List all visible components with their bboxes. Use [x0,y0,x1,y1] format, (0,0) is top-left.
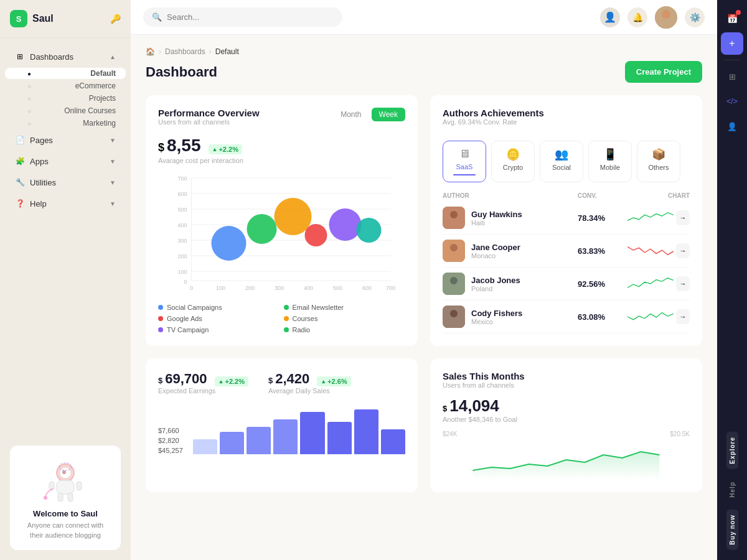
view-cody[interactable]: → [676,309,690,324]
others-label: Others [648,164,669,171]
pages-chevron: ▼ [110,137,116,144]
sales-label: Average Daily Sales [268,387,351,394]
earnings-rows: $7,660 $2,820 $45,257 [158,427,183,454]
row2: $2,820 [158,437,183,444]
search-input[interactable] [167,12,334,22]
performance-title: Performance Overview [158,108,260,118]
create-project-button[interactable]: Create Project [625,61,702,83]
col-chart: CHART [627,192,690,199]
bar5 [300,412,324,454]
stat-label: Avarage cost per interaction [158,157,405,164]
rp-buy-btn[interactable]: Buy now [726,510,738,550]
sidebar-item-ecommerce[interactable]: ○ eCommerce [5,80,126,91]
svg-rect-7 [77,482,82,490]
svg-text:0: 0 [184,279,187,285]
legend-dot-tv [158,327,163,332]
row1: $7,660 [158,427,183,434]
svg-text:200: 200 [245,285,255,291]
tab-others[interactable]: 📦 Others [637,141,680,182]
sidebar-item-marketing[interactable]: ○ Marketing [5,118,126,129]
y-axis-labels: $24K $20.5K [443,431,690,437]
chart-legend: Social Campaigns Email Newsletter Google… [158,304,405,334]
utilities-chevron: ▼ [110,179,116,186]
tab-week[interactable]: Week [372,108,405,121]
authors-tabs: 🖥 SaaS 🪙 Crypto 👥 Social 📱 Mobile [443,141,690,182]
topbar-settings[interactable]: ⚙️ [685,7,705,27]
sales-month-subtitle: Users from all channels [443,381,690,389]
stat-dollar: $ [158,141,164,154]
rp-grid-icon[interactable]: ⊞ [721,65,743,88]
tab-saas[interactable]: 🖥 SaaS [443,141,486,182]
sidebar-label-utilities: Utilities [30,178,56,187]
legend-dot-courses [284,316,289,321]
svg-point-48 [450,277,458,284]
conv-jacob: 92.56% [578,279,627,289]
topbar: 🔍 👤 🔔 ⚙️ [131,0,717,35]
rp-explore-btn[interactable]: Explore [726,432,738,469]
sidebar-item-pages[interactable]: 📄 Pages ▼ [5,130,126,150]
sidebar-item-online-courses[interactable]: ○ Online Courses [5,105,126,116]
astronaut-illustration [20,460,111,504]
author-info-jane: Jane Cooper Monaco [443,240,578,262]
chevron-icon: ▲ [110,54,116,60]
logo-icon: S [10,10,27,27]
svg-text:500: 500 [177,207,187,213]
topbar-avatar-small[interactable]: 👤 [600,7,620,27]
rp-code-icon[interactable]: </> [721,90,743,113]
legend-social: Social Campaigns [158,304,280,311]
bar2 [220,432,244,454]
sidebar-item-help[interactable]: ❓ Help ▼ [5,194,126,213]
authors-table: AUTHOR CONV. CHART Guy Hawkins Hait [443,190,690,334]
conv-guy: 78.34% [578,213,627,223]
breadcrumb-current: Default [215,47,239,56]
view-guy[interactable]: → [676,210,690,225]
legend-google: Google Ads [158,315,280,322]
svg-text:400: 400 [177,222,187,228]
conv-jane: 63.83% [578,246,627,256]
sidebar-item-default[interactable]: ● Default [5,68,126,79]
sidebar-item-projects[interactable]: ○ Projects [5,93,126,104]
bar8 [381,429,405,454]
sidebar-label-help: Help [30,199,47,208]
stat-row: $ 8,55 ▲ +2.2% [158,136,405,156]
back-icon[interactable]: 🔑 [110,14,121,24]
rp-help-btn[interactable]: Help [726,477,738,503]
rp-user-icon[interactable]: 👤 [721,115,743,138]
tab-month[interactable]: Month [333,108,369,121]
search-box[interactable]: 🔍 [143,7,342,27]
svg-text:500: 500 [333,285,342,291]
svg-text:600: 600 [362,285,372,291]
sales-month-dollar: $ [443,404,447,413]
tab-crypto[interactable]: 🪙 Crypto [491,141,535,182]
saas-label: SaaS [456,163,473,170]
tab-mobile[interactable]: 📱 Mobile [588,141,632,182]
author-info-cody: Cody Fishers Mexico [443,306,578,328]
sidebar-item-utilities[interactable]: 🔧 Utilities ▼ [5,172,126,192]
welcome-card: Welcome to Saul Anyone can connect with … [10,446,121,550]
apps-icon: 🧩 [15,156,25,166]
view-jacob[interactable]: → [676,276,690,291]
sidebar-item-apps[interactable]: 🧩 Apps ▼ [5,151,126,171]
home-icon[interactable]: 🏠 [146,47,155,56]
bar6 [327,422,352,454]
view-jane[interactable]: → [676,243,690,258]
sidebar-label-projects: Projects [89,94,116,103]
sidebar-bottom: Welcome to Saul Anyone can connect with … [0,436,131,560]
stat-value: 8,55 [167,136,201,156]
welcome-subtitle: Anyone can connect with their audience b… [20,521,111,540]
y1: $24K [443,431,457,437]
sidebar-item-dashboards[interactable]: ⊞ Dashboards ▲ [5,47,126,67]
tab-social[interactable]: 👥 Social [540,141,583,182]
topbar-bell[interactable]: 🔔 [627,7,647,27]
svg-point-37 [212,226,247,261]
breadcrumb-dashboards[interactable]: Dashboards [165,47,205,56]
topbar-right: 👤 🔔 ⚙️ [600,6,705,29]
svg-text:300: 300 [177,238,187,244]
legend-courses: Courses [284,315,406,322]
earnings-label: Expected Earnings [158,387,248,394]
rp-calendar-icon[interactable]: 📅 [721,7,743,30]
legend-dot-radio [284,327,289,332]
rp-add-icon[interactable]: + [721,32,743,55]
bar3 [247,427,271,454]
user-avatar[interactable] [655,6,677,29]
